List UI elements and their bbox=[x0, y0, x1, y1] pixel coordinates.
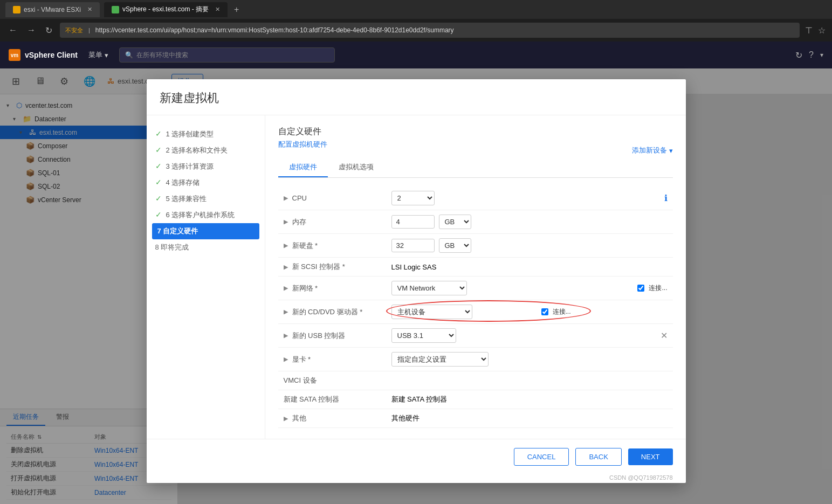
tab-vsphere[interactable]: vSphere - esxi.test.com - 摘要 ✕ bbox=[104, 2, 228, 17]
vmci-label: VMCI 设备 bbox=[278, 371, 386, 390]
add-device-button[interactable]: 添加新设备 ▾ bbox=[632, 146, 673, 155]
memory-label-text: 内存 bbox=[292, 217, 306, 227]
step-4-label: 4 选择存储 bbox=[166, 178, 200, 188]
step-check-icon: ✓ bbox=[155, 146, 162, 154]
step-5: ✓ 5 选择兼容性 bbox=[155, 191, 256, 207]
menu-nav[interactable]: 菜单 ▾ bbox=[88, 50, 108, 60]
cddvd-expand-icon[interactable]: ▶ bbox=[284, 308, 288, 315]
display-label-text: 显卡 * bbox=[292, 355, 311, 364]
cancel-button[interactable]: CANCEL bbox=[514, 448, 569, 466]
step-6: ✓ 6 选择客户机操作系统 bbox=[155, 207, 256, 223]
scsi-label: ▶ 新 SCSI 控制器 * bbox=[278, 258, 386, 277]
step-1: ✓ 1 选择创建类型 bbox=[155, 126, 256, 142]
tab-close-esxi[interactable]: ✕ bbox=[87, 6, 92, 13]
security-warning: 不安全 bbox=[65, 26, 83, 34]
disk-value: GB bbox=[386, 234, 673, 258]
sata-label-text: 新建 SATA 控制器 bbox=[284, 395, 340, 403]
memory-unit-select[interactable]: GB bbox=[439, 215, 471, 229]
next-button[interactable]: NEXT bbox=[628, 448, 673, 465]
memory-label: ▶ 内存 bbox=[278, 210, 386, 234]
cpu-select[interactable]: 2 bbox=[391, 191, 435, 205]
network-select[interactable]: VM Network bbox=[391, 281, 467, 295]
memory-input[interactable] bbox=[391, 215, 435, 229]
network-connect-label: 连接... bbox=[649, 284, 667, 293]
other-expand-icon[interactable]: ▶ bbox=[284, 415, 288, 422]
cddvd-select[interactable]: 主机设备 bbox=[391, 305, 472, 319]
tab-virtual-hardware[interactable]: 虚拟硬件 bbox=[278, 158, 328, 177]
help-arrow-icon[interactable]: ▾ bbox=[820, 51, 823, 59]
memory-value: GB bbox=[386, 210, 673, 234]
back-button[interactable]: ← bbox=[6, 23, 19, 37]
wizard-content: 自定义硬件 配置虚拟机硬件 虚拟硬件 虚拟机选项 添加新设备 ▾ bbox=[265, 115, 686, 439]
step-check-icon: ✓ bbox=[155, 129, 162, 138]
add-device-arrow-icon: ▾ bbox=[669, 147, 673, 155]
cddvd-connect-checkbox[interactable] bbox=[541, 308, 548, 315]
bookmark-icon[interactable]: ☆ bbox=[818, 25, 826, 36]
step-8: 8 即将完成 bbox=[155, 239, 256, 256]
back-button[interactable]: BACK bbox=[575, 448, 621, 466]
content-tabs: 虚拟硬件 虚拟机选项 bbox=[278, 158, 673, 178]
separator: | bbox=[88, 27, 90, 33]
wizard-steps: ✓ 1 选择创建类型 ✓ 2 选择名称和文件夹 ✓ 3 选择计算资源 ✓ 4 选… bbox=[147, 115, 265, 439]
vmci-label-text: VMCI 设备 bbox=[284, 376, 317, 384]
memory-row: ▶ 内存 GB bbox=[278, 210, 673, 234]
search-icon: 🔍 bbox=[125, 51, 133, 59]
search-placeholder: 在所有环境中搜索 bbox=[136, 51, 188, 60]
tab-favicon-esxi bbox=[13, 6, 20, 13]
vsphere-app-name: vSphere Client bbox=[25, 51, 78, 59]
step-6-label: 6 选择客户机操作系统 bbox=[166, 210, 235, 220]
disk-input[interactable] bbox=[391, 239, 435, 252]
refresh-button[interactable]: ↻ bbox=[43, 23, 54, 38]
network-expand-icon[interactable]: ▶ bbox=[284, 285, 288, 292]
cddvd-connect-label: 连接... bbox=[553, 307, 571, 316]
address-input[interactable]: 不安全 | https://vcenter.test.com/ui/app/ho… bbox=[60, 23, 800, 38]
translate-icon[interactable]: ⊤ bbox=[805, 25, 813, 36]
display-select[interactable]: 指定自定义设置 bbox=[391, 352, 489, 367]
refresh-icon[interactable]: ↻ bbox=[795, 50, 802, 60]
cddvd-value: 主机设备 连接... bbox=[386, 300, 673, 324]
tab-esxi[interactable]: esxi - VMware ESXi ✕ bbox=[5, 2, 100, 17]
step-4: ✓ 4 选择存储 bbox=[155, 175, 256, 191]
usb-row: ▶ 新的 USB 控制器 USB 3.1 ✕ bbox=[278, 324, 673, 348]
watermark: CSDN @QQ719872578 bbox=[147, 474, 686, 483]
other-value: 其他硬件 bbox=[386, 409, 673, 428]
sata-value: 新建 SATA 控制器 bbox=[386, 390, 673, 409]
step-7-label: 7 自定义硬件 bbox=[157, 226, 198, 236]
new-tab-button[interactable]: + bbox=[234, 5, 239, 15]
help-icon[interactable]: ? bbox=[809, 50, 814, 60]
cddvd-connect: 连接... bbox=[541, 307, 571, 316]
usb-select[interactable]: USB 3.1 bbox=[391, 328, 456, 343]
address-bar: ← → ↻ 不安全 | https://vcenter.test.com/ui/… bbox=[0, 19, 832, 42]
network-row: ▶ 新网络 * VM Network bbox=[278, 277, 673, 300]
display-expand-icon[interactable]: ▶ bbox=[284, 356, 288, 363]
tab-label-esxi: esxi - VMware ESXi bbox=[24, 6, 81, 13]
display-label: ▶ 显卡 * bbox=[278, 348, 386, 371]
disk-expand-icon[interactable]: ▶ bbox=[284, 242, 288, 249]
vsphere-logo: vm vSphere Client bbox=[9, 49, 78, 61]
tab-vm-options[interactable]: 虚拟机选项 bbox=[328, 158, 384, 177]
tab-favicon-vsphere bbox=[112, 6, 119, 13]
usb-value: USB 3.1 ✕ bbox=[386, 324, 673, 348]
global-search[interactable]: 🔍 在所有环境中搜索 bbox=[119, 47, 335, 63]
tab-close-vsphere[interactable]: ✕ bbox=[215, 6, 220, 13]
network-connect-checkbox[interactable] bbox=[637, 285, 644, 292]
scsi-expand-icon[interactable]: ▶ bbox=[284, 264, 288, 271]
disk-unit-select[interactable]: GB bbox=[439, 238, 471, 253]
usb-expand-icon[interactable]: ▶ bbox=[284, 332, 288, 339]
browser-actions: ⊤ ☆ bbox=[805, 25, 826, 36]
header-right: ↻ ? ▾ bbox=[795, 50, 823, 60]
usb-delete-icon[interactable]: ✕ bbox=[661, 330, 668, 341]
vmci-row: VMCI 设备 bbox=[278, 371, 673, 390]
cpu-info-icon[interactable]: ℹ bbox=[664, 193, 668, 203]
menu-label: 菜单 bbox=[88, 50, 102, 60]
memory-expand-icon[interactable]: ▶ bbox=[284, 218, 288, 225]
scsi-value: LSI Logic SAS bbox=[386, 258, 673, 277]
add-device-label: 添加新设备 bbox=[632, 146, 667, 155]
forward-button[interactable]: → bbox=[25, 23, 38, 37]
other-label-text: 其他 bbox=[292, 413, 306, 423]
tab-label-vsphere: vSphere - esxi.test.com - 摘要 bbox=[122, 5, 209, 14]
step-2: ✓ 2 选择名称和文件夹 bbox=[155, 142, 256, 158]
vm-logo-icon: vm bbox=[9, 49, 20, 61]
cpu-expand-icon[interactable]: ▶ bbox=[284, 195, 288, 202]
scsi-label-text: 新 SCSI 控制器 * bbox=[292, 262, 345, 272]
